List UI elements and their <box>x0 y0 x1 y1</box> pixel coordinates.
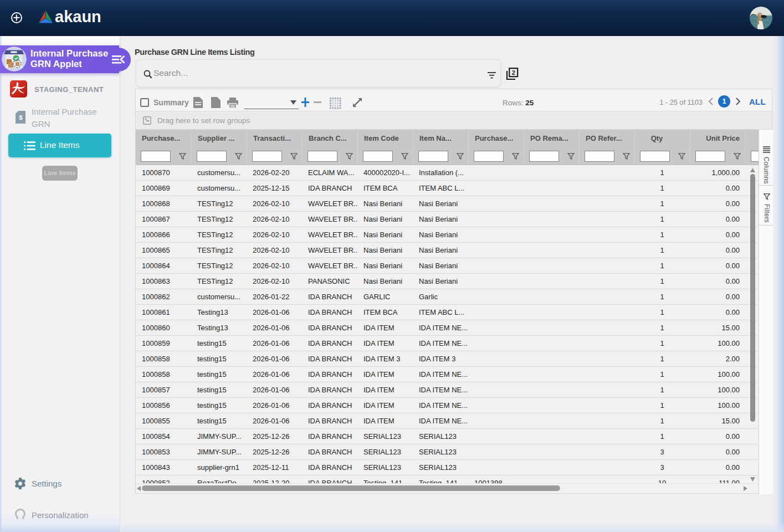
svg-text:$: $ <box>19 114 22 121</box>
svg-text:2: 2 <box>512 69 515 76</box>
